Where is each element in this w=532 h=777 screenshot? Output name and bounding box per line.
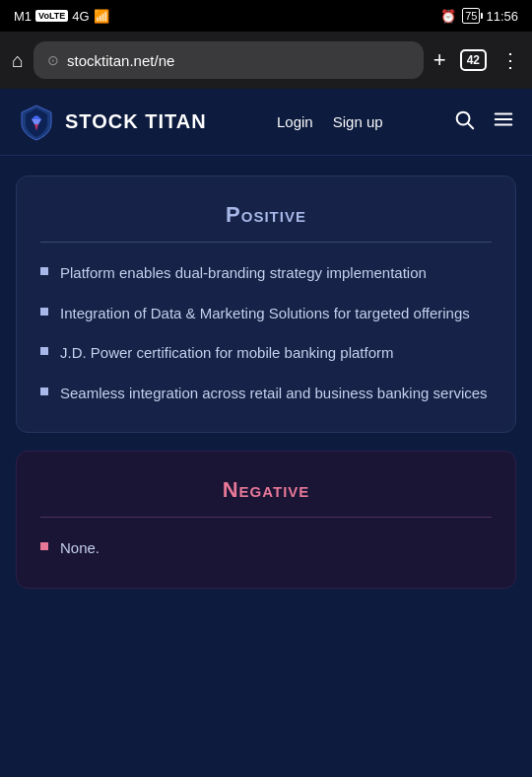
site-header: STOCK TITAN Login Sign up bbox=[0, 89, 532, 156]
svg-line-1 bbox=[468, 123, 473, 128]
status-bar: M1 VoLTE 4G 📶 ⏰ 75 11:56 bbox=[0, 0, 532, 32]
logo-icon bbox=[18, 104, 55, 141]
hamburger-icon bbox=[493, 108, 514, 130]
positive-card: Positive Platform enables dual-branding … bbox=[16, 176, 516, 433]
negative-item-1: None. bbox=[60, 537, 100, 560]
list-item: Platform enables dual-branding strategy … bbox=[40, 262, 492, 285]
positive-title: Positive bbox=[40, 202, 492, 228]
main-content: Positive Platform enables dual-branding … bbox=[0, 156, 532, 777]
signal-bars-icon: 📶 bbox=[94, 9, 109, 24]
list-item: Seamless integration across retail and b… bbox=[40, 383, 492, 405]
nav-icons bbox=[453, 108, 514, 135]
browser-actions: + 42 ⋮ bbox=[433, 47, 520, 73]
network-type: 4G bbox=[72, 9, 89, 24]
logo-text: STOCK TITAN bbox=[65, 110, 207, 133]
logo-area: STOCK TITAN bbox=[18, 104, 207, 141]
url-text: stocktitan.net/ne bbox=[67, 52, 410, 69]
bullet-icon bbox=[40, 267, 48, 275]
search-button[interactable] bbox=[453, 108, 475, 135]
status-left: M1 VoLTE 4G 📶 bbox=[14, 9, 109, 24]
positive-item-4: Seamless integration across retail and b… bbox=[60, 383, 488, 405]
list-item: J.D. Power certification for mobile bank… bbox=[40, 342, 492, 365]
bullet-icon bbox=[40, 347, 48, 355]
negative-title: Negative bbox=[40, 477, 492, 503]
positive-bullet-list: Platform enables dual-branding strategy … bbox=[40, 262, 492, 404]
bullet-icon bbox=[40, 542, 48, 550]
home-button[interactable]: ⌂ bbox=[12, 49, 24, 72]
volte-badge: VoLTE bbox=[35, 10, 68, 22]
signup-link[interactable]: Sign up bbox=[333, 113, 383, 130]
list-item: Integration of Data & Marketing Solution… bbox=[40, 303, 492, 325]
menu-button[interactable] bbox=[493, 108, 514, 135]
url-bar[interactable]: ⊙ stocktitan.net/ne bbox=[33, 41, 424, 79]
tab-count-badge[interactable]: 42 bbox=[460, 49, 487, 71]
more-options-button[interactable]: ⋮ bbox=[500, 48, 520, 72]
time-label: 11:56 bbox=[486, 9, 518, 24]
new-tab-button[interactable]: + bbox=[433, 47, 446, 73]
nav-links: Login Sign up bbox=[277, 113, 383, 130]
browser-chrome: ⌂ ⊙ stocktitan.net/ne + 42 ⋮ bbox=[0, 32, 532, 89]
positive-divider bbox=[40, 242, 492, 243]
positive-item-1: Platform enables dual-branding strategy … bbox=[60, 262, 427, 285]
status-right: ⏰ 75 11:56 bbox=[440, 8, 518, 24]
positive-item-2: Integration of Data & Marketing Solution… bbox=[60, 303, 470, 325]
battery-level: 75 bbox=[465, 10, 477, 22]
list-item: None. bbox=[40, 537, 492, 560]
login-link[interactable]: Login bbox=[277, 113, 313, 130]
search-icon bbox=[453, 108, 475, 130]
positive-item-3: J.D. Power certification for mobile bank… bbox=[60, 342, 393, 365]
negative-card: Negative None. bbox=[16, 451, 516, 589]
battery-icon: 75 bbox=[462, 8, 480, 24]
bullet-icon bbox=[40, 388, 48, 395]
alarm-icon: ⏰ bbox=[440, 9, 456, 24]
negative-bullet-list: None. bbox=[40, 537, 492, 560]
url-security-icon: ⊙ bbox=[47, 52, 59, 68]
bullet-icon bbox=[40, 308, 48, 316]
negative-divider bbox=[40, 517, 492, 518]
carrier-label: M1 bbox=[14, 9, 32, 24]
